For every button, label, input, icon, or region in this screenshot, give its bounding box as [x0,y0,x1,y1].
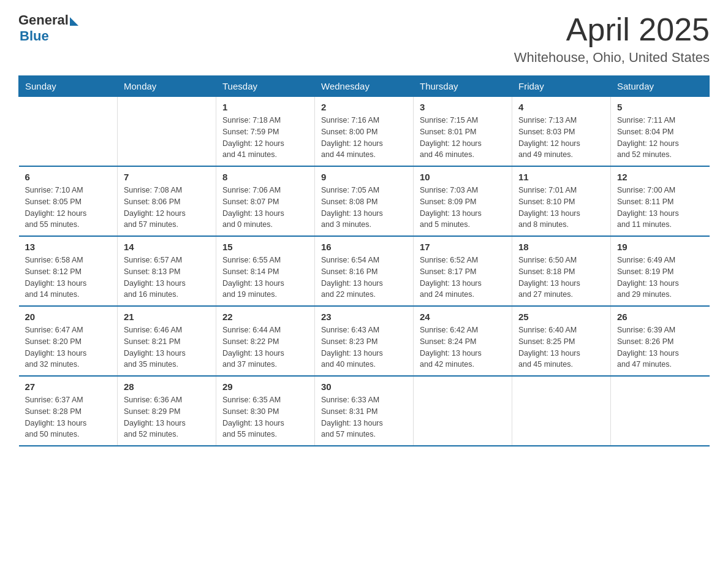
day-info: Sunrise: 7:06 AM Sunset: 8:07 PM Dayligh… [222,185,308,231]
day-number: 16 [321,242,407,252]
day-number: 4 [518,102,604,112]
day-number: 7 [124,172,210,182]
calendar-cell: 6Sunrise: 7:10 AM Sunset: 8:05 PM Daylig… [19,166,118,236]
day-info: Sunrise: 7:16 AM Sunset: 8:00 PM Dayligh… [321,115,407,161]
day-number: 21 [124,312,210,322]
day-info: Sunrise: 6:50 AM Sunset: 8:18 PM Dayligh… [518,255,604,301]
calendar-week-row: 27Sunrise: 6:37 AM Sunset: 8:28 PM Dayli… [19,376,710,446]
calendar-cell: 26Sunrise: 6:39 AM Sunset: 8:26 PM Dayli… [611,306,710,376]
calendar-cell: 14Sunrise: 6:57 AM Sunset: 8:13 PM Dayli… [118,236,216,306]
calendar-header: SundayMondayTuesdayWednesdayThursdayFrid… [19,76,710,97]
calendar-cell [19,97,118,167]
day-number: 6 [25,172,112,182]
day-info: Sunrise: 6:49 AM Sunset: 8:19 PM Dayligh… [617,255,703,301]
day-info: Sunrise: 6:52 AM Sunset: 8:17 PM Dayligh… [420,255,506,301]
day-number: 22 [222,312,308,322]
calendar-cell: 7Sunrise: 7:08 AM Sunset: 8:06 PM Daylig… [118,166,216,236]
calendar-cell: 20Sunrise: 6:47 AM Sunset: 8:20 PM Dayli… [19,306,118,376]
calendar-cell: 11Sunrise: 7:01 AM Sunset: 8:10 PM Dayli… [512,166,611,236]
day-info: Sunrise: 6:54 AM Sunset: 8:16 PM Dayligh… [321,255,407,301]
header-cell-tuesday: Tuesday [216,76,315,97]
page-header: General Blue April 2025 Whitehouse, Ohio… [18,12,710,66]
day-number: 19 [617,242,703,252]
day-number: 29 [222,381,308,392]
day-number: 11 [518,172,604,182]
calendar-cell: 1Sunrise: 7:18 AM Sunset: 7:59 PM Daylig… [216,97,315,167]
calendar-week-row: 6Sunrise: 7:10 AM Sunset: 8:05 PM Daylig… [19,166,710,236]
calendar-cell: 30Sunrise: 6:33 AM Sunset: 8:31 PM Dayli… [315,376,414,446]
calendar-cell [118,97,216,167]
calendar-table: SundayMondayTuesdayWednesdayThursdayFrid… [18,75,710,446]
day-info: Sunrise: 7:10 AM Sunset: 8:05 PM Dayligh… [25,185,112,231]
logo-general-text: General [18,12,69,28]
header-row: SundayMondayTuesdayWednesdayThursdayFrid… [19,76,710,97]
calendar-cell: 4Sunrise: 7:13 AM Sunset: 8:03 PM Daylig… [512,97,611,167]
day-info: Sunrise: 6:39 AM Sunset: 8:26 PM Dayligh… [617,324,703,370]
day-number: 26 [617,312,703,322]
day-number: 15 [222,242,308,252]
day-info: Sunrise: 6:40 AM Sunset: 8:25 PM Dayligh… [518,324,604,370]
calendar-subtitle: Whitehouse, Ohio, United States [514,50,710,66]
day-info: Sunrise: 6:35 AM Sunset: 8:30 PM Dayligh… [222,394,308,440]
day-number: 13 [25,242,112,252]
calendar-cell: 28Sunrise: 6:36 AM Sunset: 8:29 PM Dayli… [118,376,216,446]
calendar-cell: 8Sunrise: 7:06 AM Sunset: 8:07 PM Daylig… [216,166,315,236]
day-number: 17 [420,242,506,252]
day-number: 14 [124,242,210,252]
day-info: Sunrise: 7:08 AM Sunset: 8:06 PM Dayligh… [124,185,210,231]
calendar-cell: 21Sunrise: 6:46 AM Sunset: 8:21 PM Dayli… [118,306,216,376]
day-info: Sunrise: 7:01 AM Sunset: 8:10 PM Dayligh… [518,185,604,231]
calendar-week-row: 1Sunrise: 7:18 AM Sunset: 7:59 PM Daylig… [19,97,710,167]
calendar-cell: 27Sunrise: 6:37 AM Sunset: 8:28 PM Dayli… [19,376,118,446]
title-block: April 2025 Whitehouse, Ohio, United Stat… [514,12,710,66]
day-number: 9 [321,172,407,182]
header-cell-friday: Friday [512,76,611,97]
day-info: Sunrise: 7:13 AM Sunset: 8:03 PM Dayligh… [518,115,604,161]
day-info: Sunrise: 7:05 AM Sunset: 8:08 PM Dayligh… [321,185,407,231]
day-info: Sunrise: 6:44 AM Sunset: 8:22 PM Dayligh… [222,324,308,370]
calendar-cell: 10Sunrise: 7:03 AM Sunset: 8:09 PM Dayli… [414,166,512,236]
calendar-cell: 13Sunrise: 6:58 AM Sunset: 8:12 PM Dayli… [19,236,118,306]
calendar-cell: 29Sunrise: 6:35 AM Sunset: 8:30 PM Dayli… [216,376,315,446]
day-number: 18 [518,242,604,252]
day-info: Sunrise: 6:43 AM Sunset: 8:23 PM Dayligh… [321,324,407,370]
calendar-body: 1Sunrise: 7:18 AM Sunset: 7:59 PM Daylig… [19,97,710,446]
calendar-cell: 24Sunrise: 6:42 AM Sunset: 8:24 PM Dayli… [414,306,512,376]
day-info: Sunrise: 6:55 AM Sunset: 8:14 PM Dayligh… [222,255,308,301]
header-cell-sunday: Sunday [19,76,118,97]
day-info: Sunrise: 6:47 AM Sunset: 8:20 PM Dayligh… [25,324,112,370]
calendar-cell: 3Sunrise: 7:15 AM Sunset: 8:01 PM Daylig… [414,97,512,167]
logo-arrow-icon [70,17,78,26]
day-info: Sunrise: 7:11 AM Sunset: 8:04 PM Dayligh… [617,115,703,161]
calendar-week-row: 20Sunrise: 6:47 AM Sunset: 8:20 PM Dayli… [19,306,710,376]
calendar-cell: 12Sunrise: 7:00 AM Sunset: 8:11 PM Dayli… [611,166,710,236]
calendar-cell: 15Sunrise: 6:55 AM Sunset: 8:14 PM Dayli… [216,236,315,306]
day-number: 25 [518,312,604,322]
calendar-cell: 2Sunrise: 7:16 AM Sunset: 8:00 PM Daylig… [315,97,414,167]
header-cell-monday: Monday [118,76,216,97]
day-info: Sunrise: 7:15 AM Sunset: 8:01 PM Dayligh… [420,115,506,161]
day-number: 10 [420,172,506,182]
day-number: 28 [124,381,210,392]
day-info: Sunrise: 7:00 AM Sunset: 8:11 PM Dayligh… [617,185,703,231]
day-number: 27 [25,381,112,392]
day-number: 12 [617,172,703,182]
day-info: Sunrise: 6:46 AM Sunset: 8:21 PM Dayligh… [124,324,210,370]
day-info: Sunrise: 7:18 AM Sunset: 7:59 PM Dayligh… [222,115,308,161]
logo: General Blue [18,12,78,44]
day-number: 24 [420,312,506,322]
day-number: 8 [222,172,308,182]
day-info: Sunrise: 6:33 AM Sunset: 8:31 PM Dayligh… [321,394,407,440]
day-info: Sunrise: 6:37 AM Sunset: 8:28 PM Dayligh… [25,394,112,440]
day-info: Sunrise: 6:58 AM Sunset: 8:12 PM Dayligh… [25,255,112,301]
day-info: Sunrise: 6:57 AM Sunset: 8:13 PM Dayligh… [124,255,210,301]
calendar-cell: 22Sunrise: 6:44 AM Sunset: 8:22 PM Dayli… [216,306,315,376]
day-number: 20 [25,312,112,322]
calendar-cell: 5Sunrise: 7:11 AM Sunset: 8:04 PM Daylig… [611,97,710,167]
header-cell-saturday: Saturday [611,76,710,97]
calendar-title: April 2025 [514,12,710,47]
calendar-cell: 17Sunrise: 6:52 AM Sunset: 8:17 PM Dayli… [414,236,512,306]
calendar-week-row: 13Sunrise: 6:58 AM Sunset: 8:12 PM Dayli… [19,236,710,306]
calendar-cell: 18Sunrise: 6:50 AM Sunset: 8:18 PM Dayli… [512,236,611,306]
day-number: 30 [321,381,407,392]
